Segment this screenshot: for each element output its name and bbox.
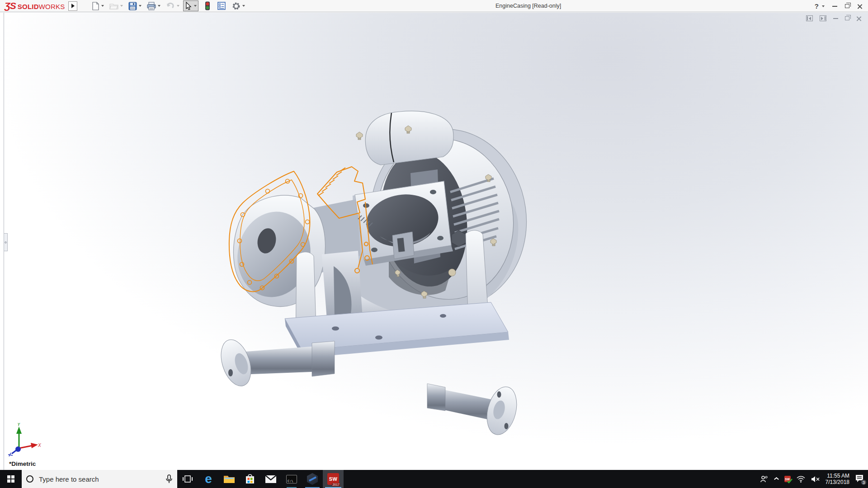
search-input[interactable] — [39, 475, 165, 483]
clock-time: 11:55 AM — [826, 473, 849, 479]
file-properties-button[interactable] — [216, 0, 227, 11]
next-window-button[interactable] — [820, 15, 826, 21]
help-button[interactable]: ? — [815, 2, 819, 10]
task-view-icon — [183, 474, 193, 483]
windows-taskbar: e C:\ SW 2017 SW — [0, 470, 868, 488]
options-dropdown-caret[interactable] — [242, 5, 245, 7]
hexagon-app-icon — [307, 473, 318, 485]
undo-button[interactable] — [164, 0, 181, 11]
minimize-button[interactable] — [832, 6, 837, 7]
new-dropdown-caret[interactable] — [101, 5, 104, 7]
model-engine-casing[interactable] — [199, 105, 588, 440]
solidworks-monitor-tray-icon[interactable]: SW — [784, 476, 791, 482]
windows-logo-icon — [7, 475, 14, 483]
save-dropdown-caret[interactable] — [139, 5, 142, 7]
print-button[interactable] — [145, 0, 162, 12]
wifi-icon[interactable] — [797, 476, 805, 483]
right-shaft-collar — [427, 384, 445, 411]
start-button[interactable] — [0, 470, 22, 488]
ds-logo-glyph: ƷS — [5, 0, 16, 11]
window-controls: ? — [815, 0, 863, 12]
mail-icon — [265, 475, 277, 483]
document-close-button[interactable] — [856, 16, 862, 21]
left-shaft-hole — [228, 369, 233, 376]
taskbar-search[interactable] — [22, 470, 177, 488]
open-icon — [109, 2, 118, 10]
new-document-button[interactable] — [90, 0, 106, 12]
select-dropdown-caret[interactable] — [194, 5, 197, 7]
quick-access-toolbar — [89, 0, 248, 12]
prev-arrow-icon — [809, 17, 811, 20]
restore-button[interactable] — [845, 4, 849, 8]
open-button[interactable] — [108, 0, 125, 11]
clock-date: 7/13/2018 — [826, 479, 849, 485]
save-icon — [128, 2, 137, 10]
document-window-controls — [806, 15, 862, 21]
task-view-button[interactable] — [177, 470, 198, 488]
green-check-icon — [787, 479, 793, 483]
open-dropdown-caret[interactable] — [120, 5, 123, 7]
help-dropdown-caret[interactable] — [822, 5, 825, 7]
taskbar-solidworks[interactable]: SW 2017 — [323, 470, 344, 488]
previous-window-button[interactable] — [806, 15, 813, 21]
document-restore-button[interactable] — [845, 16, 849, 20]
close-button[interactable] — [857, 4, 863, 9]
action-center-button[interactable]: 3 — [855, 474, 864, 483]
reference-triad: X Y — [5, 423, 42, 457]
taskbar-hexagon-app[interactable] — [302, 470, 323, 488]
rebuild-button[interactable] — [203, 0, 212, 12]
graphics-viewport[interactable]: X Y *Dimetric — [0, 13, 868, 470]
title-bar: ƷS SOLID WORKS — [0, 0, 868, 12]
sw-year: 2017 — [332, 483, 340, 486]
logo-text-works: WORKS — [39, 3, 65, 10]
panel-tab-dot-icon — [5, 241, 7, 244]
new-document-icon — [92, 2, 99, 10]
store-icon — [245, 474, 255, 484]
triad-x-label: X — [38, 443, 41, 448]
save-button[interactable] — [127, 0, 143, 12]
cortana-icon — [26, 475, 33, 483]
view-orientation-label: *Dimetric — [9, 460, 36, 467]
select-cursor-icon — [185, 2, 192, 10]
file-properties-icon — [217, 2, 226, 10]
taskbar-file-explorer[interactable] — [219, 470, 240, 488]
taskbar-edge[interactable]: e — [198, 470, 219, 488]
system-tray: SW 11:55 AM 7/13/2018 3 — [760, 470, 868, 488]
menu-flyout-button[interactable] — [68, 1, 77, 11]
file-explorer-icon — [223, 474, 235, 484]
undo-dropdown-caret[interactable] — [177, 5, 179, 7]
people-icon[interactable] — [760, 475, 768, 483]
document-title: EngineCasing [Read-only] — [495, 3, 561, 9]
edge-icon: e — [205, 473, 212, 485]
notification-count-badge: 3 — [861, 479, 867, 485]
logo-text-solid: SOLID — [18, 3, 39, 10]
options-button[interactable] — [230, 0, 247, 12]
taskbar-mail[interactable] — [260, 470, 281, 488]
taskbar-store[interactable] — [240, 470, 260, 488]
triad-y-label: Y — [17, 423, 21, 427]
solidworks-window: ƷS SOLID WORKS — [0, 0, 868, 488]
next-bar-icon — [825, 16, 826, 20]
volume-muted-icon[interactable] — [811, 476, 820, 483]
microphone-icon[interactable] — [165, 474, 173, 483]
undo-icon — [166, 2, 175, 10]
rebuild-stoplight-icon — [205, 1, 210, 10]
solidworks-app-icon: SW 2017 — [327, 473, 339, 485]
prev-bar-icon — [807, 16, 808, 20]
next-arrow-icon — [821, 17, 823, 20]
print-icon — [147, 2, 156, 10]
clock[interactable]: 11:55 AM 7/13/2018 — [826, 473, 849, 485]
sw-letters: SW — [329, 476, 338, 482]
hidden-icons-chevron[interactable] — [774, 477, 778, 481]
options-gear-icon — [232, 2, 241, 10]
taskbar-command-prompt[interactable]: C:\ — [281, 470, 302, 488]
top-cover — [365, 111, 453, 165]
select-tool-button[interactable] — [183, 0, 198, 11]
command-prompt-icon: C:\ — [286, 475, 297, 483]
print-dropdown-caret[interactable] — [158, 5, 160, 7]
solidworks-logo: ƷS SOLID WORKS — [5, 0, 65, 11]
feature-panel-collapse-tab[interactable] — [4, 233, 8, 251]
flyout-arrow-icon — [71, 4, 75, 8]
document-minimize-button[interactable] — [833, 18, 838, 19]
left-shaft-collar — [312, 341, 335, 376]
